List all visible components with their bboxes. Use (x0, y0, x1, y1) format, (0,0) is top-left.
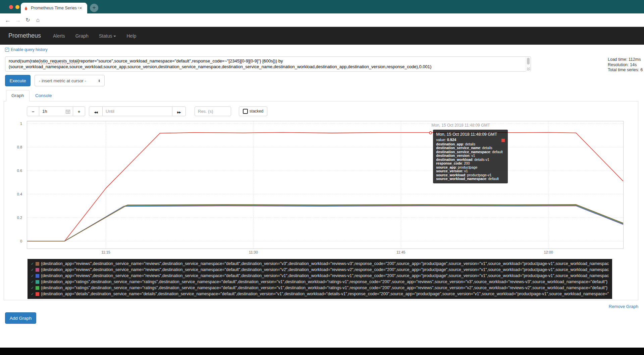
legend-item[interactable]: ✓{destination_app="reviews",destination_… (31, 261, 609, 267)
legend-item[interactable]: ✓{destination_app="reviews",destination_… (31, 267, 609, 273)
check-icon: ✓ (5, 48, 9, 52)
chart-canvas (27, 121, 623, 249)
tooltip-series-swatch (501, 139, 505, 142)
nav-item-graph[interactable]: Graph (75, 33, 89, 39)
prometheus-navbar: Prometheus Alerts Graph Status Help (0, 27, 644, 45)
select-arrows-icon: ▲▼ (98, 79, 100, 83)
scrollbar-thumb[interactable] (527, 58, 530, 64)
hover-time-label: Mon, 15 Oct 2018 11:48:09 GMT (431, 123, 490, 128)
browser-tab[interactable]: Prometheus Time Series Collec × (21, 3, 87, 13)
nav-item-alerts[interactable]: Alerts (53, 33, 65, 39)
execute-button[interactable]: Execute (5, 75, 31, 86)
legend-color-swatch (36, 286, 39, 290)
legend-color-swatch (36, 274, 39, 278)
checkbox-icon (243, 109, 248, 114)
y-tick-label: 0.8 (17, 145, 22, 149)
legend-check-icon: ✓ (31, 262, 34, 266)
browser-window: Prometheus Time Series Collec × + ← → ↻ … (0, 0, 644, 355)
x-tick-label: 11:15 (101, 250, 110, 254)
total-time-series: Total time series: 6 (608, 68, 643, 73)
legend-series-label: {destination_app="reviews",destination_s… (41, 267, 609, 272)
tooltip-value: value: 0.924 (436, 138, 505, 142)
until-input[interactable] (102, 106, 172, 116)
legend-series-label: {destination_app="ratings",destination_s… (41, 285, 607, 290)
legend-color-swatch (36, 268, 39, 272)
resize-grip-icon[interactable] (527, 68, 530, 71)
range-increase-button[interactable]: + (73, 106, 85, 116)
tooltip-label-row: source_workload_namespace: default (436, 177, 505, 181)
legend-color-swatch (36, 292, 39, 296)
y-tick-label: 0 (20, 239, 22, 243)
add-graph-button[interactable]: Add Graph (5, 312, 36, 324)
window-minimize-button[interactable] (15, 5, 19, 9)
legend-item[interactable]: ✓{destination_app="ratings",destination_… (31, 285, 609, 291)
tab-title: Prometheus Time Series Collec (31, 6, 78, 10)
x-axis-labels: 11:1511:3011:4512:00 (27, 250, 623, 255)
browser-tab-bar: Prometheus Time Series Collec × + (0, 0, 644, 13)
enable-query-history-link[interactable]: ✓ Enable query history (5, 47, 47, 52)
y-tick-label: 0.6 (17, 169, 22, 173)
y-tick-label: 0.2 (17, 216, 22, 220)
nav-item-status[interactable]: Status (99, 33, 116, 39)
nav-item-help[interactable]: Help (126, 33, 136, 39)
metric-name: istio_requests_total (40, 58, 77, 63)
y-tick-label: 1 (20, 122, 22, 126)
legend-series-label: {destination_app="ratings",destination_s… (41, 279, 607, 284)
back-icon[interactable]: ← (3, 13, 12, 27)
x-tick-label: 12:00 (544, 250, 553, 254)
legend-item[interactable]: ✓{destination_app="ratings",destination_… (31, 279, 609, 285)
legend-series-label: {destination_app="reviews",destination_s… (41, 261, 609, 266)
tooltip-time: Mon, 15 Oct 2018 11:48:09 GMT (436, 132, 505, 137)
insert-metric-value: - insert metric at cursor - (39, 78, 86, 83)
forward-icon[interactable]: → (13, 13, 22, 27)
chart-legend: ✓{destination_app="reviews",destination_… (28, 259, 612, 299)
insert-metric-select[interactable]: - insert metric at cursor - ▲▼ (35, 75, 105, 86)
x-tick-label: 11:30 (249, 250, 258, 254)
stacked-label: stacked (250, 107, 263, 116)
fast-forward-icon: ▶▶ (177, 111, 180, 114)
time-forward-button[interactable]: ▶▶ (172, 106, 186, 116)
browser-toolbar: ← → ↻ ⌂ i Not Secure prometheus.istio.ji… (0, 13, 644, 27)
brand-prometheus[interactable]: Prometheus (8, 32, 41, 39)
resolution: Resolution: 14s (608, 62, 643, 68)
query-stats: Load time: 112ms Resolution: 14s Total t… (608, 57, 643, 73)
query-expression-input[interactable]: round(sum(rate(istio_requests_total{repo… (5, 56, 531, 72)
resolution-input[interactable] (195, 106, 231, 116)
load-time: Load time: 112ms (608, 57, 643, 62)
new-tab-button[interactable]: + (90, 4, 98, 12)
page-footer-bar (0, 348, 644, 355)
chart-plot-area[interactable]: Mon, 15 Oct 2018 11:48:09 GMT Mon, 15 Oc… (27, 121, 624, 249)
tab-console[interactable]: Console (30, 90, 57, 101)
chart-tooltip: Mon, 15 Oct 2018 11:48:09 GMTvalue: 0.92… (433, 130, 508, 183)
y-axis-labels: 10.80.60.40.20 (0, 121, 25, 249)
reload-icon[interactable]: ↻ (23, 13, 32, 27)
enable-query-history-label: Enable query history (11, 47, 47, 52)
chevron-down-icon (113, 36, 116, 37)
range-input[interactable]: 1h (39, 106, 73, 116)
prometheus-favicon-icon (23, 6, 29, 11)
legend-color-swatch (36, 280, 39, 284)
range-decrease-button[interactable]: − (27, 106, 39, 116)
y-tick-label: 0.4 (17, 192, 22, 196)
legend-check-icon: ✓ (31, 268, 34, 272)
query-line-2: (source_workload_namespace,source_worklo… (9, 64, 524, 70)
legend-check-icon: ✓ (31, 280, 34, 284)
window-close-button[interactable] (9, 5, 13, 9)
x-tick-label: 11:45 (396, 250, 406, 254)
time-back-button[interactable]: ◀◀ (89, 106, 103, 116)
legend-series-label: {destination_app="details",destination_s… (41, 292, 609, 296)
hover-point-marker (429, 131, 432, 134)
remove-graph-link[interactable]: Remove Graph (609, 304, 638, 309)
rewind-icon: ◀◀ (94, 111, 97, 114)
legend-series-label: {destination_app="reviews",destination_s… (41, 273, 609, 278)
legend-check-icon: ✓ (31, 274, 34, 278)
query-line-1: round(sum(rate(istio_requests_total{repo… (9, 58, 524, 64)
home-icon[interactable]: ⌂ (34, 13, 42, 27)
tab-close-icon[interactable]: × (79, 6, 82, 10)
legend-item[interactable]: ✓{destination_app="details",destination_… (31, 291, 609, 297)
legend-item[interactable]: ✓{destination_app="reviews",destination_… (31, 273, 609, 279)
stacked-toggle[interactable]: stacked (239, 106, 267, 116)
tab-graph[interactable]: Graph (6, 90, 30, 101)
legend-check-icon: ✓ (31, 286, 34, 290)
calendar-grid-icon (66, 110, 70, 114)
